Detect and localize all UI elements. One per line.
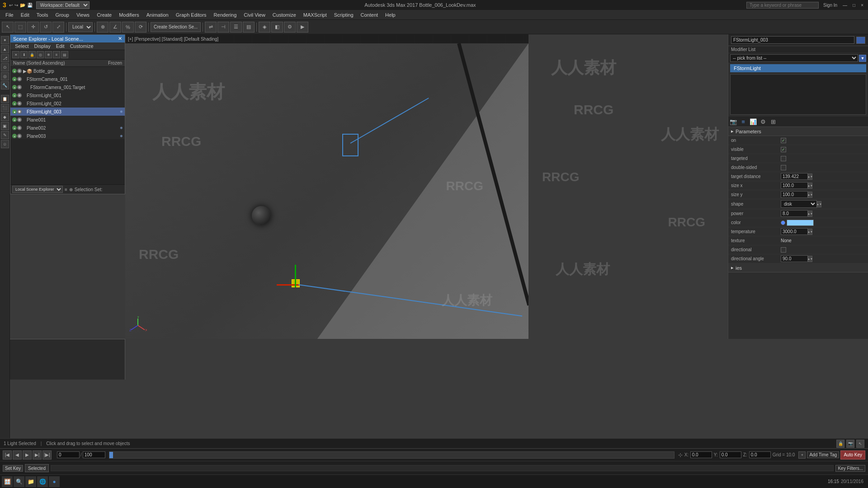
list-item[interactable]: ● ◉ FStormCamera_001 — [10, 75, 125, 83]
frame-prev-btn[interactable]: ◀ — [13, 450, 22, 460]
prop-input-directional-angle[interactable] — [781, 255, 808, 262]
taskbar-browser-btn[interactable]: 🌐 — [37, 476, 48, 487]
motion-panel-icon[interactable]: ⊙ — [1, 63, 9, 71]
workspace-selector[interactable]: Workspace: Default — [36, 1, 90, 9]
taskbar-start-btn[interactable]: 🪟 — [2, 476, 13, 487]
menu-file[interactable]: File — [2, 11, 17, 19]
scene-lock-btn[interactable]: 🔒 — [28, 51, 36, 58]
minimize-button[interactable]: — — [841, 3, 849, 8]
active-modifier-item[interactable]: FStormLight — [730, 64, 866, 72]
list-item[interactable]: ● ◉ FStormCamera_001:Target — [10, 83, 125, 91]
color-radio[interactable] — [781, 221, 785, 225]
ies-section-title[interactable]: ▸ ies — [728, 263, 868, 272]
populate-icon[interactable]: ☺ — [1, 140, 9, 148]
render-setup-btn[interactable]: ⚙ — [284, 22, 296, 33]
frame-end-btn[interactable]: |▶| — [42, 450, 52, 460]
object-color-swatch[interactable] — [856, 37, 865, 44]
rotate-tool-btn[interactable]: ↺ — [40, 22, 52, 33]
scene-explorer-icon[interactable]: 📋 — [1, 95, 9, 103]
prop-checkbox-doublesided[interactable] — [781, 165, 786, 170]
prop-dropdown-shape[interactable]: disk rectangle sphere — [781, 200, 817, 208]
prop-input-targetdist[interactable] — [781, 173, 808, 180]
move-tool-btn[interactable]: ✛ — [27, 22, 39, 33]
prop-spinner-temperature[interactable]: ▲▼ — [808, 229, 812, 235]
menu-edit[interactable]: Edit — [17, 11, 33, 19]
mirror-btn[interactable]: ⇌ — [205, 22, 217, 33]
scene-list-btn[interactable]: ≡ — [53, 51, 60, 58]
maximize-button[interactable]: □ — [851, 3, 857, 8]
scene-explorer-source-dropdown[interactable]: Local Scene Explorer — [12, 186, 63, 193]
status-icon-lock[interactable]: 🔒 — [836, 440, 844, 448]
ribbon-btn[interactable]: ▤ — [243, 22, 255, 33]
autokey-btn[interactable]: Auto Key — [840, 450, 865, 460]
prop-checkbox-targeted[interactable] — [781, 156, 786, 161]
scene-prop-btn[interactable]: ▤ — [61, 51, 68, 58]
menu-maxscript[interactable]: MAXScript — [300, 11, 330, 19]
prop-input-power[interactable] — [781, 210, 808, 217]
display-panel-icon[interactable]: ◎ — [1, 72, 9, 80]
prop-spinner-directional-angle[interactable]: ▲▼ — [808, 256, 812, 262]
prop-spinner-shape[interactable]: ▲▼ — [817, 201, 821, 207]
menu-modifiers[interactable]: Modifiers — [115, 11, 143, 19]
list-item[interactable]: ● ◉ FStormLight_001 — [10, 91, 125, 99]
frame-total-field[interactable] — [83, 451, 105, 458]
menu-display[interactable]: Display — [32, 43, 53, 49]
menu-content[interactable]: Content — [357, 11, 382, 19]
scene-filter-btn[interactable]: ✕ — [12, 51, 19, 58]
status-icon-camera[interactable]: 📷 — [846, 440, 854, 448]
time-scrubber[interactable] — [109, 451, 675, 459]
menu-scripting[interactable]: Scripting — [330, 11, 357, 19]
menu-select[interactable]: Select — [12, 43, 32, 49]
spinner-snap-btn[interactable]: ⟳ — [135, 22, 146, 33]
close-button[interactable]: × — [859, 3, 865, 8]
list-item[interactable]: ● ◉ Plane002 ❄ — [10, 124, 125, 132]
menu-edit[interactable]: Edit — [53, 43, 67, 49]
footer-icon-1[interactable]: ≡ — [65, 187, 67, 192]
set-key-btn[interactable]: Set Key — [3, 465, 23, 472]
create-panel-icon[interactable]: ✦ — [1, 36, 9, 44]
percent-snap-btn[interactable]: % — [122, 22, 134, 33]
prop-spinner-power[interactable]: ▲▼ — [808, 211, 812, 217]
tab-icon-grid[interactable]: ⊞ — [768, 117, 778, 127]
list-item[interactable]: ● ◉ Plane001 — [10, 116, 125, 124]
secondary-viewport[interactable]: 人人素材 RRCG RRCG 人人素材 RRCG 人人素材 — [528, 34, 728, 339]
frame-next-btn[interactable]: ▶| — [33, 450, 42, 460]
save-icon[interactable]: 💾 — [27, 3, 33, 8]
prop-input-sizey[interactable] — [781, 191, 808, 198]
prop-checkbox-visible[interactable]: ✓ — [781, 147, 786, 152]
footer-icon-2[interactable]: ⊕ — [69, 187, 73, 192]
object-paint-icon[interactable]: ✎ — [1, 131, 9, 139]
prop-spinner-sizex[interactable]: ▲▼ — [808, 183, 812, 189]
tab-icon-camera[interactable]: 📷 — [728, 117, 738, 127]
panel-close-btn[interactable]: ✕ — [118, 36, 122, 42]
schematic-view-btn[interactable]: ◈ — [259, 22, 270, 33]
menu-civil-view[interactable]: Civil View — [240, 11, 269, 19]
list-item[interactable]: ● ◉ ▶ 📦 Bottle_grp — [10, 67, 125, 75]
list-item[interactable]: ● ◉ Plane003 ❄ — [10, 132, 125, 139]
select-tool-btn[interactable]: ↖ — [2, 22, 14, 33]
material-browser-icon[interactable]: ◆ — [1, 113, 9, 121]
utilities-panel-icon[interactable]: 🔧 — [1, 81, 9, 89]
taskbar-chrome-btn[interactable]: ● — [49, 476, 60, 487]
render-btn[interactable]: ▶ — [297, 22, 308, 33]
list-item[interactable]: ● ◉ FStormLight_003 ❄ — [10, 108, 125, 116]
add-time-tag-icon[interactable]: + — [798, 451, 806, 459]
main-viewport[interactable]: [+] [Perspective] [Standard] [Default Sh… — [125, 34, 528, 339]
scene-sort-btn[interactable]: ⬇ — [20, 51, 28, 58]
prop-input-sizex[interactable] — [781, 182, 808, 189]
menu-group[interactable]: Group — [52, 11, 73, 19]
x-value-field[interactable] — [690, 451, 712, 458]
y-value-field[interactable] — [720, 451, 741, 458]
scene-freeze-btn[interactable]: ❄ — [45, 51, 52, 58]
scale-tool-btn[interactable]: ⤢ — [52, 22, 64, 33]
reference-coord-dropdown[interactable]: Local — [68, 22, 93, 32]
prop-checkbox-directional[interactable] — [781, 247, 786, 253]
frame-current-field[interactable] — [57, 451, 80, 458]
open-icon[interactable]: 📂 — [20, 3, 25, 8]
scene-vis-btn[interactable]: ◎ — [37, 51, 44, 58]
modifier-options-btn[interactable]: ▼ — [859, 55, 866, 62]
tab-icon-graph[interactable]: 📊 — [748, 117, 758, 127]
search-input[interactable] — [746, 2, 819, 9]
hierarchy-panel-icon[interactable]: ⎇ — [1, 54, 9, 62]
menu-animation[interactable]: Animation — [143, 11, 172, 19]
